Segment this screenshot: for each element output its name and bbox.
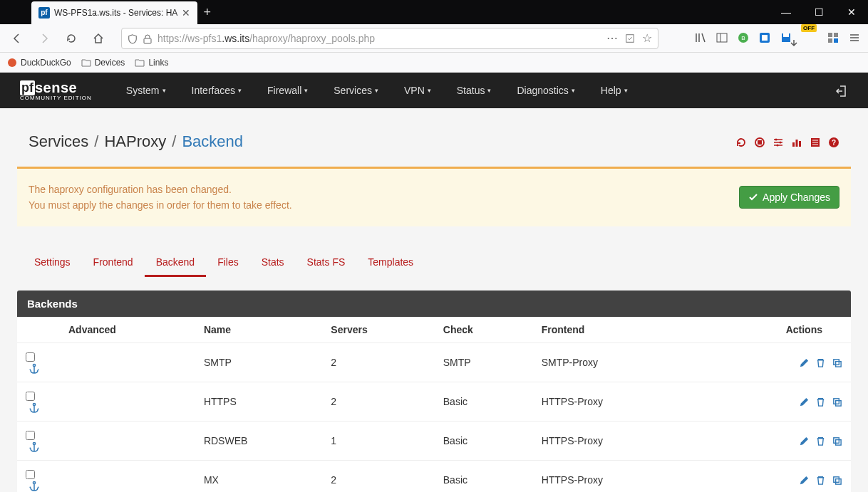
tab-frontend[interactable]: Frontend xyxy=(82,249,145,277)
row-servers: 2 xyxy=(322,460,434,492)
tab-backend[interactable]: Backend xyxy=(145,249,206,277)
copy-icon[interactable] xyxy=(832,434,842,446)
close-icon[interactable]: ✕ xyxy=(182,7,190,19)
anchor-icon[interactable] xyxy=(29,362,40,374)
nav-system[interactable]: System▾ xyxy=(113,85,179,96)
edit-icon[interactable] xyxy=(799,395,810,407)
shield-icon[interactable] xyxy=(128,32,138,43)
anchor-icon[interactable] xyxy=(29,440,40,452)
extension-blue-icon[interactable] xyxy=(758,31,771,44)
pfsense-logo[interactable]: pfsense COMMUNITY EDITION xyxy=(20,80,92,101)
row-name: SMTP xyxy=(204,357,232,368)
lock-icon[interactable] xyxy=(143,32,152,43)
back-button[interactable] xyxy=(7,28,27,48)
extensions-icon[interactable] xyxy=(827,31,839,44)
row-servers: 1 xyxy=(322,421,434,460)
tab-templates[interactable]: Templates xyxy=(356,249,425,277)
bookmark-duckduckgo[interactable]: DuckDuckGo xyxy=(7,58,71,68)
breadcrumb-backend[interactable]: Backend xyxy=(182,132,243,151)
nav-status[interactable]: Status▾ xyxy=(444,85,505,96)
row-servers: 2 xyxy=(322,382,434,421)
row-checkbox[interactable] xyxy=(26,431,35,440)
svg-rect-34 xyxy=(836,440,842,446)
trash-icon[interactable] xyxy=(815,395,826,407)
stop-service-icon[interactable] xyxy=(754,135,765,148)
nav-vpn[interactable]: VPN▾ xyxy=(391,85,444,96)
tab-stats-fs[interactable]: Stats FS xyxy=(296,249,357,277)
row-frontend: SMTP-Proxy xyxy=(533,342,697,382)
copy-icon[interactable] xyxy=(832,356,842,368)
table-row: MX 2 Basic HTTPS-Proxy xyxy=(17,460,851,492)
tab-settings[interactable]: Settings xyxy=(23,249,82,277)
tab-files[interactable]: Files xyxy=(206,249,250,277)
copy-icon[interactable] xyxy=(832,395,842,407)
bookmark-links[interactable]: Links xyxy=(135,58,168,68)
sidebar-icon[interactable] xyxy=(715,31,728,44)
edit-icon[interactable] xyxy=(799,473,810,486)
table-row: SMTP 2 SMTP SMTP-Proxy xyxy=(17,342,851,382)
restart-service-icon[interactable] xyxy=(735,135,747,148)
browser-tab[interactable]: pf WS-PFS1a.ws.its - Services: HA ✕ xyxy=(31,1,197,24)
settings-sliders-icon[interactable] xyxy=(773,135,784,148)
nav-firewall[interactable]: Firewall▾ xyxy=(254,85,321,96)
row-name: HTTPS xyxy=(204,396,237,407)
minimize-button[interactable]: — xyxy=(770,0,802,24)
pfsense-header: pfsense COMMUNITY EDITION System▾Interfa… xyxy=(0,73,868,108)
svg-rect-1 xyxy=(626,35,634,43)
tabs-row: SettingsFrontendBackendFilesStatsStats F… xyxy=(17,249,851,278)
anchor-icon[interactable] xyxy=(29,479,40,491)
tab-stats[interactable]: Stats xyxy=(250,249,296,277)
reload-button[interactable] xyxy=(61,28,81,48)
new-tab-button[interactable]: + xyxy=(203,5,211,20)
row-frontend: HTTPS-Proxy xyxy=(533,421,697,460)
log-icon[interactable] xyxy=(810,135,821,148)
apply-changes-button[interactable]: Apply Changes xyxy=(739,186,839,209)
row-checkbox[interactable] xyxy=(26,352,35,362)
bookmark-devices[interactable]: Devices xyxy=(81,58,125,68)
tab-title: WS-PFS1a.ws.its - Services: HA xyxy=(54,8,177,18)
svg-point-18 xyxy=(780,141,782,143)
table-row: HTTPS 2 Basic HTTPS-Proxy xyxy=(17,382,851,421)
library-icon[interactable] xyxy=(694,31,707,44)
logout-icon[interactable] xyxy=(835,83,848,98)
edit-icon[interactable] xyxy=(799,356,810,368)
tracking-icon[interactable]: OFF xyxy=(801,26,818,50)
edit-icon[interactable] xyxy=(799,434,810,446)
nav-services[interactable]: Services▾ xyxy=(321,85,391,96)
svg-rect-11 xyxy=(834,33,838,37)
svg-text:?: ? xyxy=(832,139,836,147)
stats-icon[interactable] xyxy=(791,135,802,148)
row-check: Basic xyxy=(435,421,533,460)
anchor-icon[interactable] xyxy=(29,401,40,413)
nav-help[interactable]: Help▾ xyxy=(588,85,641,96)
nav-diagnostics[interactable]: Diagnostics▾ xyxy=(504,85,587,96)
url-bar[interactable]: https://ws-pfs1.ws.its/haproxy/haproxy_p… xyxy=(121,28,658,49)
col-actions: Actions xyxy=(697,317,851,343)
trash-icon[interactable] xyxy=(815,473,826,486)
maximize-button[interactable]: ☐ xyxy=(802,0,835,24)
copy-icon[interactable] xyxy=(832,473,842,486)
page-actions-icon[interactable]: ⋯ xyxy=(606,31,618,45)
svg-rect-16 xyxy=(758,140,762,145)
row-checkbox[interactable] xyxy=(26,392,35,401)
svg-rect-27 xyxy=(834,360,839,365)
trash-icon[interactable] xyxy=(815,356,826,368)
alert-line2: You must apply the changes in order for … xyxy=(29,197,292,213)
row-frontend: HTTPS-Proxy xyxy=(533,460,697,492)
extension-green-icon[interactable]: B xyxy=(737,31,750,44)
star-icon[interactable]: ☆ xyxy=(642,31,652,45)
nav-interfaces[interactable]: Interfaces▾ xyxy=(179,85,254,96)
breadcrumb-services[interactable]: Services xyxy=(29,132,88,151)
menu-icon[interactable] xyxy=(848,31,861,44)
help-icon[interactable]: ? xyxy=(828,135,839,148)
browser-tab-strip: pf WS-PFS1a.ws.its - Services: HA ✕ + — … xyxy=(0,0,868,24)
row-checkbox[interactable] xyxy=(26,470,35,479)
breadcrumb-haproxy[interactable]: HAProxy xyxy=(104,132,166,151)
forward-button[interactable] xyxy=(34,28,54,48)
home-button[interactable] xyxy=(88,28,108,48)
reader-icon[interactable] xyxy=(625,31,635,45)
trash-icon[interactable] xyxy=(815,434,826,446)
row-name: MX xyxy=(204,474,219,486)
breadcrumb: Services / HAProxy / Backend xyxy=(29,132,243,151)
close-window-button[interactable]: ✕ xyxy=(835,0,868,24)
